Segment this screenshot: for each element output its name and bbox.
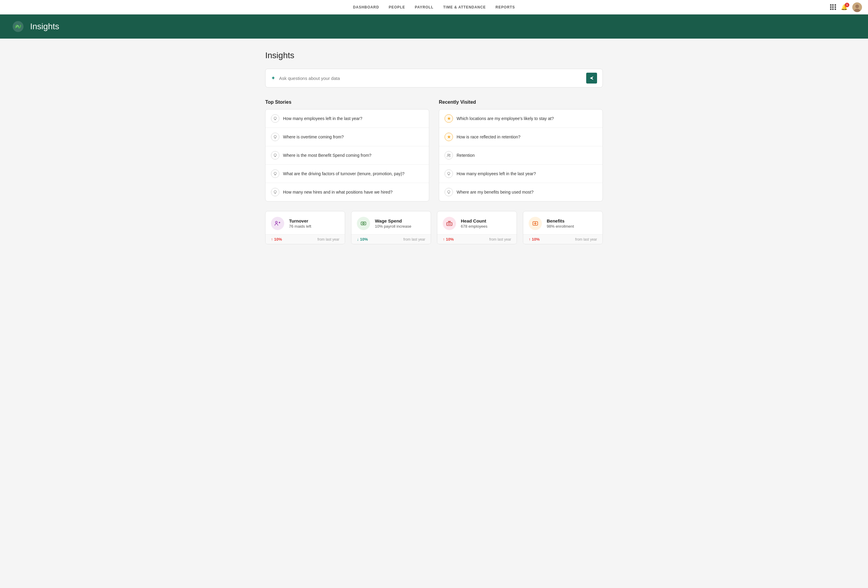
wage-icon-circle (357, 217, 370, 230)
bulb-icon (273, 117, 277, 121)
send-arrow-icon (589, 76, 594, 81)
grid-dot (830, 6, 831, 8)
page-title: Insights (265, 51, 603, 60)
metric-card-benefits[interactable]: Benefits 98% enrollment 10% from last ye… (523, 211, 603, 244)
send-button[interactable] (586, 73, 597, 84)
metric-cards: Turnover 76 maids left 10% from last yea… (265, 211, 603, 244)
top-story-text-1: How many employees left in the last year… (283, 116, 362, 121)
svg-point-7 (274, 172, 276, 174)
up-arrow-icon-ben (528, 237, 531, 242)
logo[interactable] (12, 21, 24, 33)
head-count-text: Head Count 678 employees (461, 218, 487, 229)
top-story-text-4: What are the driving factors of turnover… (283, 171, 404, 176)
bulb-icon (447, 171, 451, 176)
search-container: ✦ (265, 69, 603, 87)
visited-item-5[interactable]: Where are my benefits being used most? (439, 183, 602, 201)
svg-point-1 (855, 4, 859, 8)
metric-card-turnover[interactable]: Turnover 76 maids left 10% from last yea… (265, 211, 345, 244)
metric-card-body-head-count: Head Count 678 employees (437, 211, 517, 234)
grid-dot (830, 4, 831, 6)
notification-bell[interactable]: 🔔 1 (841, 4, 847, 10)
benefits-label: Benefits (547, 218, 574, 223)
grid-dot (834, 6, 836, 8)
benefits-text: Benefits 98% enrollment (547, 218, 574, 229)
benefits-from: from last year (575, 237, 597, 242)
logo-svg (13, 21, 24, 32)
insight-icon-2 (271, 133, 279, 141)
insight-icon-4 (271, 170, 279, 178)
wage-change: 10% (357, 237, 368, 242)
wage-value: 10% payroll increase (375, 224, 411, 229)
visited-text-2: How is race reflected in retention? (457, 134, 521, 139)
star-icon-1: ★ (444, 114, 453, 123)
visited-item-1[interactable]: ★ Which locations are my employee's like… (439, 109, 602, 128)
grid-dot (834, 4, 836, 6)
search-input[interactable] (279, 76, 586, 81)
head-count-footer: 10% from last year (437, 234, 517, 244)
grid-dot (830, 9, 831, 10)
avatar-image (852, 2, 862, 12)
nav-link-dashboard[interactable]: DASHBOARD (353, 5, 379, 9)
recently-visited-list: ★ Which locations are my employee's like… (439, 109, 603, 201)
turnover-from: from last year (317, 237, 340, 242)
top-story-item-1[interactable]: How many employees left in the last year… (266, 109, 429, 128)
metric-card-head-count[interactable]: Head Count 678 employees 10% from last y… (437, 211, 517, 244)
recently-visited-title: Recently Visited (439, 99, 603, 105)
grid-dot (832, 6, 834, 8)
wage-label: Wage Spend (375, 218, 411, 223)
turnover-icon-circle (271, 217, 284, 230)
wage-footer: 10% from last year (351, 234, 431, 244)
head-count-value: 678 employees (461, 224, 487, 229)
visited-text-4: How many employees left in the last year… (457, 171, 536, 176)
metric-card-body-turnover: Turnover 76 maids left (266, 211, 345, 234)
head-count-change-value: 10% (446, 237, 454, 242)
top-story-item-5[interactable]: How many new hires and in what positions… (266, 183, 429, 201)
svg-point-5 (274, 135, 276, 138)
wage-icon (360, 220, 367, 227)
svg-rect-14 (361, 222, 366, 225)
people-icon-1 (444, 151, 453, 160)
nav-link-time-attendance[interactable]: TIME & ATTENDANCE (443, 5, 486, 9)
top-story-item-3[interactable]: Where is the most Benefit Spend coming f… (266, 146, 429, 165)
top-stories-column: Top Stories How many employees left in t… (265, 99, 429, 201)
visited-item-2[interactable]: ★ How is race reflected in retention? (439, 128, 602, 146)
nav-link-payroll[interactable]: PAYROLL (415, 5, 433, 9)
wage-from: from last year (403, 237, 425, 242)
turnover-text: Turnover 76 maids left (289, 218, 311, 229)
user-avatar[interactable] (852, 2, 862, 12)
turnover-change: 10% (271, 237, 282, 242)
metric-card-wage-spend[interactable]: Wage Spend 10% payroll increase 10% from… (351, 211, 431, 244)
benefits-icon (532, 220, 539, 227)
header-banner: Insights (0, 15, 868, 38)
svg-point-8 (274, 191, 276, 193)
people-svg (447, 153, 451, 157)
top-nav: DASHBOARD PEOPLE PAYROLL TIME & ATTENDAN… (0, 0, 868, 15)
turnover-label: Turnover (289, 218, 311, 223)
nav-link-people[interactable]: PEOPLE (389, 5, 405, 9)
visited-text-3: Retention (457, 153, 475, 158)
nav-link-reports[interactable]: REPORTS (496, 5, 515, 9)
apps-grid-icon[interactable] (830, 4, 836, 10)
bulb-icon (273, 153, 277, 157)
svg-point-6 (274, 154, 276, 156)
benefits-value: 98% enrollment (547, 224, 574, 229)
visited-text-5: Where are my benefits being used most? (457, 190, 533, 195)
turnover-footer: 10% from last year (266, 234, 345, 244)
insight-icon-rv5 (444, 188, 453, 196)
visited-text-1: Which locations are my employee's likely… (457, 116, 554, 121)
top-story-item-2[interactable]: Where is overtime coming from? (266, 128, 429, 146)
svg-point-12 (447, 191, 450, 193)
bulb-icon (273, 171, 277, 176)
insight-icon-5 (271, 188, 279, 196)
star-glyph: ★ (447, 116, 451, 121)
headcount-icon (446, 220, 453, 227)
grid-dot (832, 9, 834, 10)
insight-icon-rv4 (444, 170, 453, 178)
top-story-item-4[interactable]: What are the driving factors of turnover… (266, 165, 429, 183)
svg-point-4 (274, 117, 276, 120)
visited-item-3[interactable]: Retention (439, 146, 602, 165)
wage-change-value: 10% (360, 237, 368, 242)
visited-item-4[interactable]: How many employees left in the last year… (439, 165, 602, 183)
metric-card-body-benefits: Benefits 98% enrollment (523, 211, 602, 234)
stories-section: Top Stories How many employees left in t… (265, 99, 603, 201)
